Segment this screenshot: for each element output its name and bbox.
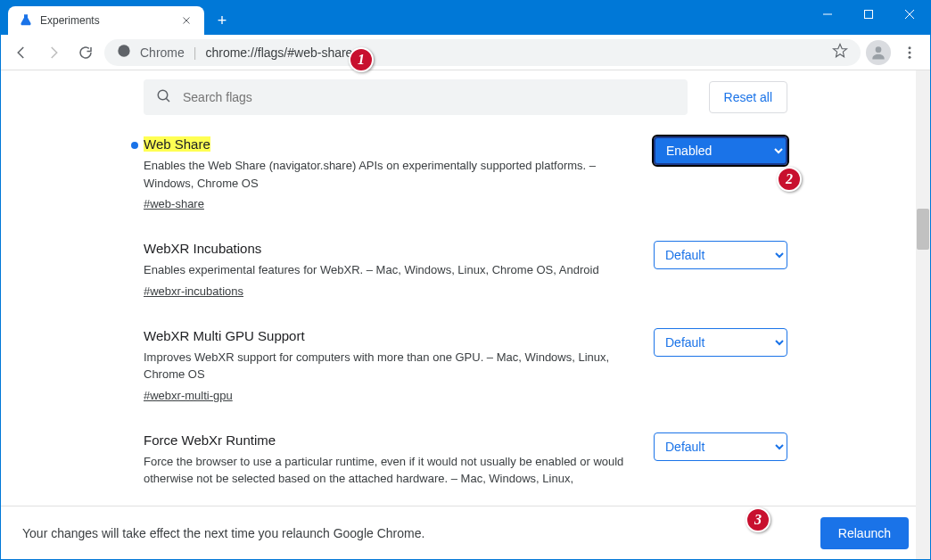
new-tab-button[interactable]: + <box>210 8 235 33</box>
forward-button[interactable] <box>40 39 67 66</box>
address-bar[interactable]: Chrome | chrome://flags/#web-share <box>104 39 861 66</box>
svg-point-5 <box>909 55 911 58</box>
close-window-button[interactable] <box>889 1 930 28</box>
reset-all-button[interactable]: Reset all <box>709 81 787 113</box>
flag-item: Force WebXr RuntimeForce the browser to … <box>144 432 787 493</box>
annotation-1: 1 <box>349 47 374 72</box>
search-input[interactable] <box>183 90 675 104</box>
flag-title: Force WebXr Runtime <box>144 432 276 448</box>
svg-point-4 <box>909 51 911 54</box>
back-button[interactable] <box>8 39 35 66</box>
flag-title: WebXR Multi GPU Support <box>144 328 305 343</box>
flag-item: Web ShareEnables the Web Share (navigato… <box>144 136 787 210</box>
minimize-button[interactable] <box>807 1 848 28</box>
search-flags-box[interactable] <box>144 79 688 115</box>
flag-item: WebXR IncubationsEnables experimental fe… <box>144 241 787 298</box>
flag-anchor-link[interactable]: #web-share <box>144 197 204 210</box>
reload-button[interactable] <box>72 39 99 66</box>
url-origin: Chrome <box>140 45 185 60</box>
kebab-menu-icon[interactable] <box>896 39 923 66</box>
page-content: Reset all Web ShareEnables the Web Share… <box>1 70 930 507</box>
chrome-icon <box>117 44 131 61</box>
svg-point-6 <box>158 90 168 100</box>
profile-avatar[interactable] <box>866 40 891 65</box>
close-icon[interactable] <box>179 13 194 28</box>
relaunch-button[interactable]: Relaunch <box>820 517 909 549</box>
flag-state-select[interactable]: Enabled <box>654 136 787 165</box>
svg-point-2 <box>876 46 882 53</box>
bookmark-star-icon[interactable] <box>832 43 848 62</box>
browser-toolbar: Chrome | chrome://flags/#web-share <box>1 35 930 70</box>
window-titlebar: Experiments + <box>1 1 930 35</box>
flask-icon <box>19 13 33 28</box>
flag-state-select[interactable]: Default <box>654 328 787 357</box>
flag-description: Enables the Web Share (navigator.share) … <box>144 157 639 192</box>
browser-tab[interactable]: Experiments <box>8 6 204 35</box>
flag-state-select[interactable]: Default <box>654 432 787 461</box>
window-controls <box>807 1 930 28</box>
url-path: chrome://flags/#web-share <box>205 45 352 60</box>
flag-state-select[interactable]: Default <box>654 241 787 269</box>
flag-description: Enables experimental features for WebXR.… <box>144 261 639 279</box>
annotation-3: 3 <box>746 507 770 532</box>
maximize-button[interactable] <box>848 1 889 28</box>
search-icon <box>156 88 172 107</box>
modified-indicator <box>131 142 138 149</box>
tab-title: Experiments <box>40 14 172 27</box>
flag-title: Web Share <box>144 136 210 152</box>
url-divider: | <box>194 45 197 60</box>
flag-item: WebXR Multi GPU SupportImproves WebXR su… <box>144 328 787 402</box>
svg-rect-0 <box>865 11 873 19</box>
annotation-2: 2 <box>777 167 802 192</box>
flag-title: WebXR Incubations <box>144 241 261 256</box>
relaunch-message: Your changes will take effect the next t… <box>22 526 424 540</box>
relaunch-bar: Your changes will take effect the next t… <box>1 506 930 559</box>
scrollbar-thumb[interactable] <box>917 209 929 250</box>
svg-point-1 <box>118 45 129 56</box>
flag-anchor-link[interactable]: #webxr-multi-gpu <box>144 389 233 402</box>
flag-description: Improves WebXR support for computers wit… <box>144 349 639 383</box>
svg-point-3 <box>909 46 911 49</box>
flag-description: Force the browser to use a particular ru… <box>144 453 639 488</box>
scrollbar[interactable] <box>916 70 930 559</box>
flag-anchor-link[interactable]: #webxr-incubations <box>144 284 243 298</box>
